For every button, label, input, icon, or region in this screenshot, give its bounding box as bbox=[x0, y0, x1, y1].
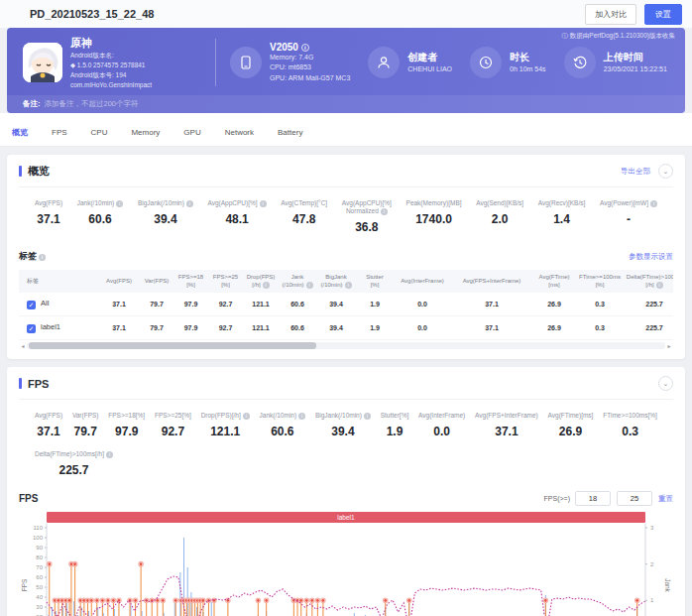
settings-button[interactable]: 设置 bbox=[644, 4, 682, 25]
cell: 97.9 bbox=[173, 316, 208, 340]
report-header: ⓘ 数据由PerfDog(5.1.210300)版本收集 原神 Android版… bbox=[7, 28, 685, 113]
tab-network[interactable]: Network bbox=[225, 128, 254, 137]
svg-text:30: 30 bbox=[36, 604, 43, 610]
param-display-settings-link[interactable]: 参数显示设置 bbox=[629, 252, 673, 262]
svg-text:100: 100 bbox=[33, 535, 44, 541]
stat-avg-appcpu-: Avg(AppCPU)[%]i48.1 bbox=[208, 199, 267, 234]
export-all-link[interactable]: 导出全部 bbox=[621, 167, 650, 177]
info-icon[interactable]: i bbox=[364, 413, 371, 420]
svg-text:110: 110 bbox=[33, 525, 43, 531]
scroll-right-arrow[interactable]: ▸ bbox=[665, 342, 673, 349]
col-header: Var(FPS) bbox=[140, 270, 173, 293]
fps-stats-row-1: Avg(FPS)37.1Var(FPS)79.7FPS>=18[%]97.9FP… bbox=[19, 400, 673, 442]
cell: 39.4 bbox=[316, 293, 356, 316]
tab-fps[interactable]: FPS bbox=[52, 128, 67, 137]
tab-cpu[interactable]: CPU bbox=[91, 128, 108, 137]
cell: 1.9 bbox=[356, 293, 394, 316]
info-icon[interactable]: i bbox=[650, 200, 657, 207]
add-compare-button[interactable]: 加入对比 bbox=[585, 4, 636, 25]
fps-threshold-high-input[interactable] bbox=[617, 491, 652, 506]
cell: 37.1 bbox=[98, 293, 140, 316]
threshold-reset-link[interactable]: 重置 bbox=[658, 494, 673, 504]
info-icon[interactable]: i bbox=[116, 200, 123, 207]
svg-text:1: 1 bbox=[650, 597, 654, 603]
tab-gpu[interactable]: GPU bbox=[183, 128, 200, 137]
svg-text:40: 40 bbox=[36, 594, 43, 600]
labels-table-wrap: 标签Avg(FPS)Var(FPS)FPS>=18 [%]FPS>=25 [%]… bbox=[19, 270, 673, 340]
info-icon[interactable]: i bbox=[186, 200, 193, 207]
collapse-fps-button[interactable]: ⌄ bbox=[658, 376, 673, 391]
collapse-overview-button[interactable]: ⌄ bbox=[658, 164, 673, 179]
row-checkbox[interactable]: ✓ bbox=[27, 301, 36, 309]
fps-card: FPS ⌄ Avg(FPS)37.1Var(FPS)79.7FPS>=18[%]… bbox=[7, 367, 685, 616]
duration-label: 时长 bbox=[510, 51, 546, 64]
cell: 225.7 bbox=[624, 293, 673, 316]
info-icon[interactable]: i bbox=[298, 413, 305, 420]
scroll-thumb[interactable] bbox=[29, 342, 316, 349]
stat-drop-fps-h-: Drop(FPS)[/h]i121.1 bbox=[201, 412, 250, 438]
tab-概览[interactable]: 概览 bbox=[12, 127, 28, 138]
fps-threshold-label: FPS(>=) bbox=[544, 495, 570, 502]
col-header: FPS>=25 [%] bbox=[208, 270, 243, 293]
stat-peak-memory-mb-: Peak(Memory)[MB]1740.0 bbox=[406, 199, 462, 234]
app-package: com.miHoYo.GenshinImpact bbox=[70, 80, 152, 90]
info-icon[interactable]: i bbox=[263, 282, 270, 289]
cell: 60.6 bbox=[279, 293, 316, 316]
creator-block: 创建者 CHEHUI LIAO bbox=[368, 47, 452, 78]
history-clock-icon bbox=[564, 47, 596, 78]
creator-value: CHEHUI LIAO bbox=[407, 64, 452, 75]
device-block: V2050i Memory: 7.4G CPU: mt6853 GPU: ARM… bbox=[230, 42, 350, 84]
col-header: Avg(InterFrame) bbox=[394, 270, 451, 293]
tab-memory[interactable]: Memory bbox=[131, 128, 160, 137]
labels-table: 标签Avg(FPS)Var(FPS)FPS>=18 [%]FPS>=25 [%]… bbox=[19, 270, 673, 340]
info-icon[interactable]: i bbox=[306, 282, 313, 289]
overview-stats-row: Avg(FPS)37.1Jank(/10min)i60.6BigJank(/10… bbox=[19, 187, 673, 238]
fps-chart-subtitle: FPS bbox=[19, 493, 544, 504]
cell: 79.7 bbox=[140, 293, 173, 316]
divider bbox=[215, 39, 216, 86]
info-icon[interactable]: i bbox=[260, 200, 267, 207]
stat-jank-10min-: Jank(/10min)i60.6 bbox=[260, 412, 306, 438]
row-checkbox[interactable]: ✓ bbox=[27, 324, 36, 333]
col-header: Avg(FTime) [ms] bbox=[532, 270, 576, 293]
col-header: 标签 bbox=[19, 270, 98, 293]
tab-battery[interactable]: Battery bbox=[278, 128, 302, 137]
cell: 0.3 bbox=[576, 316, 624, 340]
duration-value: 0h 10m 54s bbox=[510, 64, 546, 75]
fps-line-chart[interactable]: 01020304050607080901001100123FPSJank00:0… bbox=[19, 512, 675, 616]
app-version-name-label: Android版本名: bbox=[70, 51, 152, 61]
cell: 37.1 bbox=[451, 316, 532, 340]
stat-var-fps-: Var(FPS)79.7 bbox=[72, 412, 99, 438]
col-header: FPS>=18 [%] bbox=[173, 270, 208, 293]
info-icon[interactable]: i bbox=[345, 282, 352, 289]
stat-stutter-: Stutter[%]1.9 bbox=[381, 412, 409, 438]
stat-fps-25-: FPS>=25[%]92.7 bbox=[155, 412, 191, 438]
device-info-icon[interactable]: i bbox=[301, 44, 309, 52]
fps-title: FPS bbox=[28, 378, 650, 390]
col-header: Avg(FPS) bbox=[98, 270, 140, 293]
stat-avg-power-mw-: Avg(Power)[mW]i- bbox=[600, 199, 657, 234]
note-placeholder: 添加备注，不超过200个字符 bbox=[45, 99, 139, 108]
table-hscrollbar[interactable]: ◂ ▸ bbox=[19, 341, 673, 350]
info-icon[interactable]: i bbox=[381, 208, 388, 215]
cell: 92.7 bbox=[208, 316, 243, 340]
info-icon[interactable]: i bbox=[243, 413, 250, 420]
device-cpu: CPU: mt6853 bbox=[270, 62, 350, 73]
info-icon[interactable]: i bbox=[106, 451, 113, 458]
cell: 60.6 bbox=[279, 316, 316, 340]
labels-info-icon[interactable]: i bbox=[39, 254, 46, 261]
stat-delta-ftime-100ms-h-: Delta(FTime)>100ms[/h]i225.7 bbox=[35, 450, 113, 477]
labels-section-title: 标签i bbox=[19, 250, 629, 263]
svg-text:60: 60 bbox=[36, 574, 43, 580]
scroll-left-arrow[interactable]: ◂ bbox=[19, 342, 27, 349]
duration-block: 时长 0h 10m 54s bbox=[470, 47, 546, 78]
person-icon bbox=[368, 47, 400, 78]
stat-ftime-100ms-: FTime>=100ms[%]0.3 bbox=[603, 412, 657, 438]
col-header: Delta(FTime)>100ms [/h]i bbox=[624, 270, 673, 293]
fps-threshold-low-input[interactable] bbox=[575, 491, 611, 506]
info-icon[interactable]: i bbox=[656, 282, 663, 289]
clock-icon bbox=[470, 47, 502, 78]
cell: 26.9 bbox=[532, 293, 576, 316]
app-block: 原神 Android版本名: ◆ 1.5.0 2574575 2578841 A… bbox=[23, 36, 201, 90]
note-strip[interactable]: 备注:添加备注，不超过200个字符 bbox=[7, 95, 685, 113]
